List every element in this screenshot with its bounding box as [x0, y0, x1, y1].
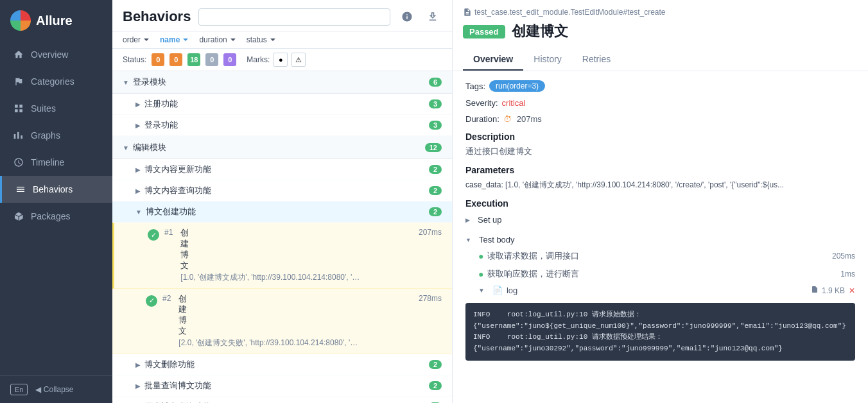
step-name: 读取请求数据，调用接口: [487, 250, 828, 262]
detail-header: test_case.test_edit_module.TestEditModul…: [453, 0, 868, 71]
bar-chart-icon: [13, 130, 24, 141]
file-path-text: test_case.test_edit_module.TestEditModul…: [474, 8, 666, 17]
tree-subitem-create[interactable]: ▼ 博文创建功能 2: [112, 202, 452, 223]
test-desc: [2.0, '创建博文失败', 'http://39.100.104.214:8…: [178, 338, 358, 348]
tree-count: 2: [429, 207, 442, 216]
behaviors-panel: Behaviors order name duration: [112, 0, 453, 403]
chevron-right-icon: ▶: [135, 101, 141, 108]
tree-subitem-batch-query[interactable]: ▶ 批量查询博文功能 2: [112, 375, 452, 397]
sidebar-footer: En ◀ Collapse: [0, 375, 112, 403]
param-key: case_data:: [465, 180, 503, 189]
log-size: 1.9 KB: [811, 286, 845, 295]
allure-logo-icon: [10, 10, 31, 31]
tab-overview[interactable]: Overview: [463, 49, 523, 71]
sidebar-item-timeline[interactable]: Timeline: [0, 149, 112, 176]
status-badge-2: 18: [187, 53, 200, 66]
duration-row: Duration: ⏱ 207ms: [465, 114, 855, 124]
tree-subitem-name: 博文内容查询功能: [144, 185, 429, 196]
tags-row: Tags: run(order=3): [465, 80, 855, 92]
package-icon: [13, 210, 24, 222]
marks-label: Marks:: [247, 55, 270, 64]
filter-status[interactable]: status: [247, 35, 276, 44]
info-icon[interactable]: [398, 8, 416, 26]
duration-label: Duration:: [465, 114, 499, 124]
tree-count: 3: [429, 121, 442, 130]
pass-icon: ✓: [148, 229, 159, 241]
tree-subitem-delete[interactable]: ▶ 博文删除功能 2: [112, 354, 452, 375]
download-icon[interactable]: [424, 8, 442, 26]
main-area: Behaviors order name duration: [112, 0, 868, 403]
tree-subitem-query-content[interactable]: ▶ 博文内容查询功能 2: [112, 180, 452, 202]
search-input[interactable]: [198, 8, 390, 26]
chevron-right-icon: ▶: [135, 382, 141, 390]
tree-group-name: 登录模块: [133, 76, 429, 88]
status-badge-0: 0: [152, 53, 164, 66]
sidebar-logo: Allure: [0, 0, 112, 41]
exec-group-test-body: ▼ Test body ● 读取请求数据，调用接口 205ms ● 获取响应数据…: [465, 232, 855, 361]
collapse-button[interactable]: ◀ Collapse: [35, 385, 73, 394]
test-num: #1: [164, 228, 173, 237]
language-badge[interactable]: En: [10, 384, 28, 395]
tree-subitem-login[interactable]: ▶ 登录功能 3: [112, 115, 452, 136]
log-label: log: [507, 286, 517, 295]
mark-circle-icon[interactable]: ●: [273, 53, 288, 67]
filter-order[interactable]: order: [123, 35, 150, 44]
mark-warning-icon[interactable]: ⚠: [291, 53, 306, 67]
tree-count: 12: [425, 143, 442, 152]
sidebar-item-suites[interactable]: Suites: [0, 95, 112, 122]
sidebar-item-packages[interactable]: Packages: [0, 203, 112, 230]
tab-history[interactable]: History: [523, 49, 572, 71]
test-case-item-2[interactable]: ✓ #2 创建博文 [2.0, '创建博文失败', 'http://39.100…: [112, 289, 452, 355]
test-body-label: Test body: [479, 235, 515, 244]
tree-count: 2: [429, 186, 442, 195]
sidebar-item-categories[interactable]: Categories: [0, 68, 112, 95]
tree-subitem-name: 博文创建功能: [146, 206, 429, 218]
tree-group-header-login[interactable]: ▼ 登录模块 6: [112, 71, 452, 94]
test-name: 创建博文: [178, 294, 413, 338]
tab-retries[interactable]: Retries: [572, 49, 621, 71]
parameters-section-title: Parameters: [465, 165, 855, 175]
detail-path: test_case.test_edit_module.TestEditModul…: [463, 8, 858, 17]
tree-count: 2: [429, 165, 442, 174]
status-badge-1: 0: [169, 53, 182, 66]
exec-group-test-body-header[interactable]: ▼ Test body: [465, 232, 855, 247]
status-row: Status: 0 0 18 0 0 Marks: ● ⚠: [112, 49, 452, 71]
tree-subitem-user-query[interactable]: ▶ 用户博文查询功能 2: [112, 397, 452, 403]
tree-subitem-name: 登录功能: [144, 119, 429, 131]
tree-group-name: 编辑模块: [133, 142, 425, 153]
tree-subitem-name: 博文删除功能: [144, 359, 429, 370]
chevron-down-icon: ▼: [123, 79, 129, 86]
severity-value: critical: [502, 98, 526, 108]
tree-group-header-edit[interactable]: ▼ 编辑模块 12: [112, 137, 452, 159]
sidebar-nav: Overview Categories Suites Graphs Timeli…: [0, 41, 112, 375]
detail-title-row: Passed 创建博文: [463, 22, 858, 41]
log-header[interactable]: ▼ 📄 log 1.9 KB ✕: [465, 283, 855, 298]
tree-group-edit: ▼ 编辑模块 12 ▶ 博文内容更新功能 2 ▶ 博文内容查询功能 2 ▼: [112, 137, 452, 403]
execution-section-title: Execution: [465, 198, 855, 209]
exec-step-2: ● 获取响应数据，进行断言 1ms: [465, 265, 855, 283]
sidebar-item-label: Packages: [31, 211, 70, 221]
status-label: Status:: [123, 55, 146, 64]
filter-name[interactable]: name: [160, 35, 189, 44]
tree-subitem-update-content[interactable]: ▶ 博文内容更新功能 2: [112, 159, 452, 180]
step-pass-icon: ●: [478, 269, 483, 279]
severity-label: Severity:: [465, 98, 498, 108]
exec-group-setup-header[interactable]: ▶ Set up: [465, 212, 855, 227]
sidebar-item-label: Suites: [31, 103, 56, 114]
log-close-icon[interactable]: ✕: [849, 286, 855, 295]
step-duration: 205ms: [832, 252, 855, 261]
passed-badge: Passed: [463, 25, 505, 39]
tree-subitem-register[interactable]: ▶ 注册功能 3: [112, 94, 452, 115]
filter-duration[interactable]: duration: [199, 35, 236, 44]
test-case-item-1[interactable]: ✓ #1 创建博文 [1.0, '创建博文成功', 'http://39.100…: [112, 223, 452, 289]
sidebar-item-label: Categories: [31, 76, 74, 87]
log-file-icon: 📄: [492, 286, 503, 295]
test-duration: 278ms: [419, 294, 442, 303]
tags-label: Tags:: [465, 81, 485, 91]
sidebar-item-overview[interactable]: Overview: [0, 41, 112, 68]
chevron-right-icon: ▶: [465, 217, 470, 223]
detail-panel: test_case.test_edit_module.TestEditModul…: [453, 0, 868, 403]
sidebar-item-graphs[interactable]: Graphs: [0, 122, 112, 149]
status-badge-4: 0: [223, 53, 236, 66]
sidebar-item-behaviors[interactable]: Behaviors: [0, 176, 112, 203]
